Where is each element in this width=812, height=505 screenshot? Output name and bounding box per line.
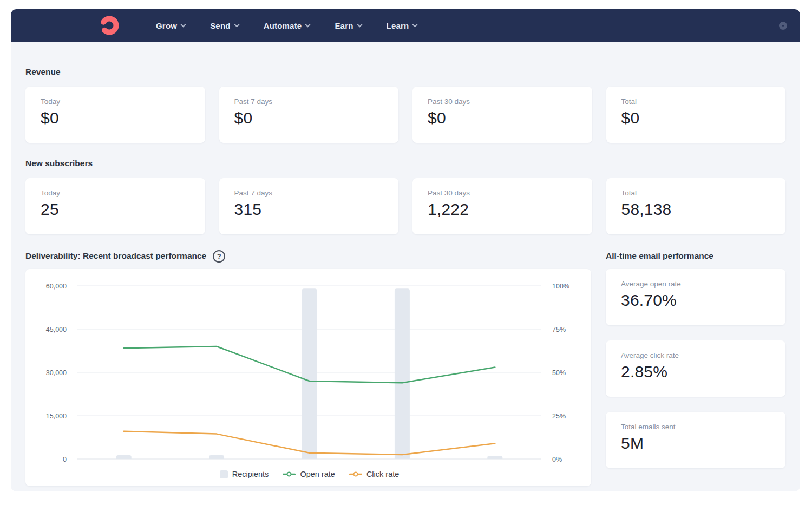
left-axis-tick-label: 15,000 [46,412,67,420]
legend-item-click-rate[interactable]: Click rate [349,470,399,478]
nav-item-grow[interactable]: Grow [156,21,185,30]
revenue-card-total: Total $0 [606,87,786,143]
legend-line-dot-icon [283,471,296,477]
stat-value: 5M [621,434,770,452]
nav-item-automate[interactable]: Automate [264,21,310,30]
alltime-title: All-time email performance [606,251,713,261]
recipients-bar[interactable] [395,288,410,459]
convertkit-swirl-icon [99,15,120,36]
alltime-card-click-rate: Average click rate 2.85% [606,340,785,397]
chart-legend: RecipientsOpen rateClick rate [77,470,541,478]
chevron-down-icon [305,22,311,27]
alltime-header: All-time email performance [606,250,785,263]
stat-value: 36.70% [621,291,770,310]
right-axis-tick-label: 0% [552,456,562,463]
nav-item-label: Earn [335,21,353,30]
subscribers-cards: Today 25 Past 7 days 315 Past 30 days 1,… [25,178,785,234]
left-axis-tick-label: 60,000 [46,283,67,290]
stat-label: Past 7 days [234,189,384,197]
stat-label: Today [41,97,190,106]
stat-value: 58,138 [621,200,771,219]
stat-value: $0 [621,109,771,127]
right-axis-tick-label: 100% [552,283,569,290]
nav-item-label: Learn [387,21,409,30]
chevron-down-icon [412,22,418,27]
left-axis-tick-label: 45,000 [46,326,67,333]
deliverability-chart[interactable]: 00%15,00025%30,00050%45,00075%60,000100% [25,269,591,486]
nav-item-earn[interactable]: Earn [335,21,361,30]
revenue-section-title: Revenue [25,67,785,77]
revenue-card-30days: Past 30 days $0 [412,87,592,143]
stat-value: 25 [41,200,190,219]
revenue-card-7days: Past 7 days $0 [219,87,399,143]
nav-item-send[interactable]: Send [210,21,238,30]
convertkit-logo[interactable] [99,15,120,36]
legend-item-recipients[interactable]: Recipients [220,470,269,478]
nav-item-learn[interactable]: Learn [387,21,417,30]
nav-item-label: Grow [156,21,177,30]
recipients-bar[interactable] [116,455,132,459]
chevron-down-icon [234,22,239,27]
alltime-card-open-rate: Average open rate 36.70% [606,269,785,325]
alltime-section: All-time email performance Average open … [606,250,785,468]
top-nav: Grow Send Automate Earn Learn [11,9,800,42]
deliverability-header: Deliverability: Recent broadcast perform… [25,250,591,263]
deliverability-chart-card: 00%15,00025%30,00050%45,00075%60,000100%… [25,269,591,486]
legend-label: Click rate [366,470,399,478]
stat-value: $0 [41,109,190,127]
stat-label: Past 30 days [428,189,577,197]
left-axis-tick-label: 30,000 [46,369,67,377]
legend-square-icon [220,470,228,478]
recipients-bar[interactable] [209,455,224,459]
stat-label: Past 30 days [428,97,577,106]
recipients-bar[interactable] [487,456,502,459]
stat-label: Total [621,97,771,106]
stat-value: $0 [428,109,577,127]
stat-label: Total emails sent [621,423,770,431]
stat-label: Total [621,189,771,197]
help-icon[interactable]: ? [213,250,225,263]
revenue-card-today: Today $0 [25,87,205,143]
bottom-row: Deliverability: Recent broadcast perform… [25,250,785,486]
legend-line-dot-icon [349,471,362,477]
legend-label: Open rate [300,470,335,478]
subscribers-card-today: Today 25 [25,178,205,234]
nav-menu: Grow Send Automate Earn Learn [156,21,417,30]
left-axis-tick-label: 0 [63,456,67,463]
stat-value: 1,222 [428,200,577,219]
subscribers-card-7days: Past 7 days 315 [219,178,399,234]
chevron-down-icon [357,22,362,27]
recipients-bar[interactable] [302,288,317,459]
legend-label: Recipients [232,470,269,478]
avatar[interactable] [779,22,787,30]
main-content: Revenue Today $0 Past 7 days $0 Past 30 … [11,67,800,486]
legend-item-open-rate[interactable]: Open rate [283,470,335,478]
right-axis-tick-label: 25% [552,412,566,420]
app-window: Grow Send Automate Earn Learn Rev [11,9,800,491]
deliverability-section: Deliverability: Recent broadcast perform… [25,250,591,486]
subscribers-card-30days: Past 30 days 1,222 [412,178,592,234]
right-axis-tick-label: 50% [552,369,566,377]
subscribers-card-total: Total 58,138 [606,178,786,234]
chevron-down-icon [181,22,186,27]
revenue-cards: Today $0 Past 7 days $0 Past 30 days $0 … [25,87,785,143]
stat-label: Average click rate [621,351,770,359]
nav-item-label: Send [210,21,230,30]
stat-value: 2.85% [621,363,770,381]
stat-label: Past 7 days [234,97,384,106]
stat-label: Average open rate [621,280,770,288]
stat-value: $0 [234,109,384,127]
nav-item-label: Automate [264,21,302,30]
stat-value: 315 [234,200,384,219]
deliverability-title: Deliverability: Recent broadcast perform… [25,251,206,261]
alltime-card-emails-sent: Total emails sent 5M [606,412,785,468]
right-axis-tick-label: 75% [552,326,566,333]
subscribers-section-title: New subscribers [25,159,785,168]
stat-label: Today [41,189,190,197]
